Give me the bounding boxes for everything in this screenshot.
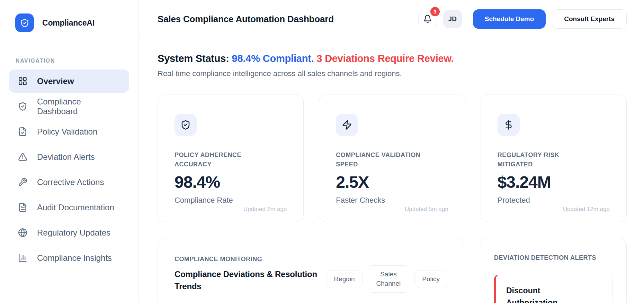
zap-icon [336,114,358,136]
app-root: ComplianceAI NAVIGATION Overview Complia… [0,0,644,303]
schedule-demo-button[interactable]: Schedule Demo [473,9,546,29]
file-text-icon [18,203,27,212]
sidebar-item-label: Overview [37,76,74,86]
dollar-icon [498,114,520,136]
shield-check-icon [18,102,27,111]
sidebar-item-regulatory-updates[interactable]: Regulatory Updates [9,221,129,244]
alert-triangle-icon [18,152,27,162]
shield-check-icon [175,114,197,136]
sidebar-item-label: Compliance Insights [37,253,112,263]
dashboard-grid-icon [18,76,27,86]
compliance-monitoring-panel: COMPLIANCE MONITORING Compliance Deviati… [158,238,464,303]
brand-header: ComplianceAI [0,0,138,46]
bar-chart-icon [18,253,27,263]
stat-value: 98.4% [175,173,287,192]
panels-row: COMPLIANCE MONITORING Compliance Deviati… [158,238,627,303]
sidebar-item-label: Audit Documentation [37,203,114,212]
sidebar-item-label: Corrective Actions [37,177,104,187]
content: System Status: 98.4% Compliant. 3 Deviat… [138,38,644,303]
deviation-alerts-panel: DEVIATION DETECTION ALERTS Discount Auth… [480,238,627,303]
status-alert: 3 Deviations Require Review. [316,53,454,64]
bell-icon [423,15,432,24]
topbar-actions: 3 JD Schedule Demo Consult Experts [418,9,627,29]
notification-badge: 3 [430,7,440,16]
filter-policy-button[interactable]: Policy [414,270,447,288]
sidebar: ComplianceAI NAVIGATION Overview Complia… [0,0,138,303]
monitoring-title: Compliance Deviations & Resolution Trend… [175,268,326,293]
sidebar-item-label: Regulatory Updates [37,228,110,238]
sidebar-item-corrective-actions[interactable]: Corrective Actions [9,171,129,194]
notifications-button[interactable]: 3 [418,10,437,28]
avatar[interactable]: JD [443,10,462,28]
stat-label: REGULATORY RISK MITIGATED [498,150,591,169]
monitoring-eyebrow: COMPLIANCE MONITORING [175,256,326,263]
stat-card-risk-mitigated: REGULATORY RISK MITIGATED $3.24M Protect… [481,94,627,222]
stat-value: $3.24M [498,173,610,192]
status-subtitle: Real-time compliance intelligence across… [158,69,627,78]
filter-group: Region Sales Channel Policy [326,265,447,293]
sidebar-item-overview[interactable]: Overview [9,70,129,93]
sidebar-item-deviation-alerts[interactable]: Deviation Alerts [9,145,129,168]
file-check-icon [18,127,27,136]
stat-updated: Updated 2m ago [243,206,287,213]
status-prefix: System Status: [158,53,232,64]
filter-region-button[interactable]: Region [326,270,362,288]
system-status-heading: System Status: 98.4% Compliant. 3 Deviat… [158,52,627,65]
brand-name: ComplianceAI [42,18,95,28]
status-compliant: 98.4% Compliant. [232,53,317,64]
stats-row: POLICY ADHERENCE ACCURACY 98.4% Complian… [158,94,627,222]
alert-card[interactable]: Discount Authorization [494,275,612,303]
stat-updated: Updated 12m ago [563,206,610,213]
filter-sales-channel-button[interactable]: Sales Channel [368,265,410,293]
sidebar-item-compliance-dashboard[interactable]: Compliance Dashboard [9,95,129,118]
stat-card-validation-speed: COMPLIANCE VALIDATION SPEED 2.5X Faster … [319,94,465,222]
alerts-eyebrow: DEVIATION DETECTION ALERTS [494,254,612,261]
wrench-icon [18,177,27,187]
sidebar-item-audit-documentation[interactable]: Audit Documentation [9,196,129,219]
sidebar-nav: Overview Compliance Dashboard Policy Val… [0,70,138,269]
alert-title: Discount Authorization [506,285,569,303]
shield-logo-icon [15,13,34,32]
stat-sub: Faster Checks [336,196,448,205]
stat-label: COMPLIANCE VALIDATION SPEED [336,150,429,169]
topbar: Sales Compliance Automation Dashboard 3 … [138,0,644,38]
stat-card-policy-adherence: POLICY ADHERENCE ACCURACY 98.4% Complian… [158,94,304,222]
sidebar-item-compliance-insights[interactable]: Compliance Insights [9,246,129,269]
stat-value: 2.5X [336,173,448,192]
stat-updated: Updated 5m ago [405,206,448,213]
stat-sub: Compliance Rate [175,196,287,205]
sidebar-item-policy-validation[interactable]: Policy Validation [9,120,129,143]
sidebar-item-label: Deviation Alerts [37,152,95,162]
sidebar-item-label: Policy Validation [37,127,97,137]
main-area: Sales Compliance Automation Dashboard 3 … [138,0,644,303]
consult-experts-button[interactable]: Consult Experts [552,9,627,29]
globe-icon [18,228,27,237]
sidebar-item-label: Compliance Dashboard [37,97,120,116]
nav-section-label: NAVIGATION [16,58,138,64]
stat-label: POLICY ADHERENCE ACCURACY [175,150,268,169]
stat-sub: Protected [498,196,610,205]
page-title: Sales Compliance Automation Dashboard [158,14,334,25]
